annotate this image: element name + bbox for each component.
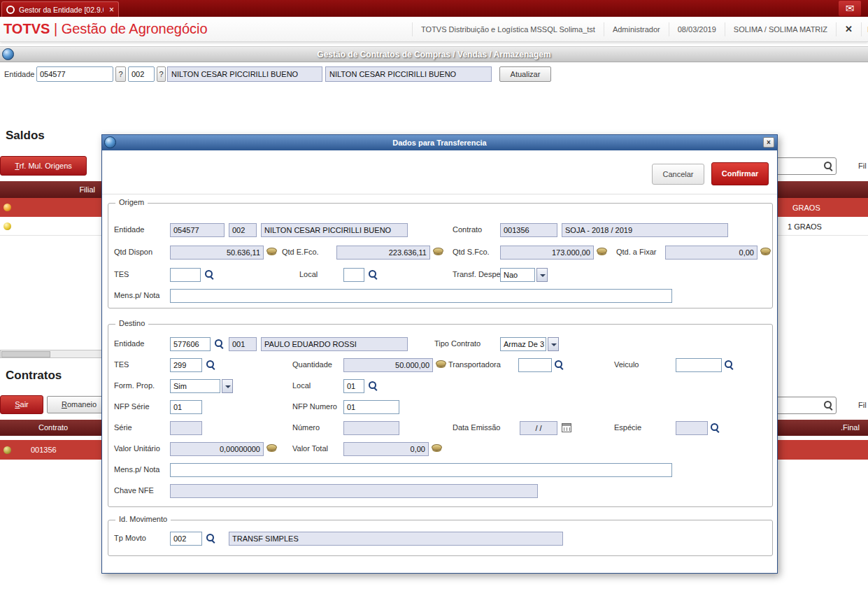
confirmar-button[interactable]: Confirmar (711, 162, 769, 185)
local-lookup-icon[interactable] (369, 381, 378, 390)
especie-field[interactable] (676, 421, 708, 435)
serie-field (170, 421, 202, 435)
valor-total-field: 0,00 (343, 442, 429, 456)
nfp-serie-field[interactable]: 01 (170, 400, 202, 414)
tp-movto-field[interactable]: 002 (170, 532, 202, 546)
destino-tes-field[interactable]: 299 (170, 358, 202, 372)
tes-lookup-icon[interactable] (205, 270, 214, 279)
entidade-code-input[interactable] (36, 66, 113, 82)
transferencia-dialog: Dados para Transferencia × Cancelar Conf… (101, 134, 778, 574)
destino-mens-label: Mens.p/ Nota (114, 465, 159, 474)
header-close-icon[interactable]: ✕ (836, 22, 861, 36)
atualizar-button[interactable]: Atualizar (499, 66, 551, 82)
scrollbar-thumb[interactable] (1, 351, 50, 357)
local-lookup-icon[interactable] (369, 270, 378, 279)
valor-unitario-label: Valor Unitário (114, 444, 160, 453)
origem-entidade-label: Entidade (114, 225, 144, 234)
money-icon (760, 248, 771, 254)
entidade-lookup-icon[interactable] (215, 339, 224, 348)
saldos-row2-product: 1 GRAOS (788, 222, 822, 231)
form-prop-label: Form. Prop. (114, 381, 155, 390)
transf-despesa-combo[interactable]: Nao (500, 268, 546, 282)
contratos-col-final: .Final (841, 423, 860, 432)
calendar-icon[interactable] (562, 423, 571, 432)
entidade-store-input[interactable] (128, 66, 155, 82)
transportadora-field[interactable] (518, 358, 552, 372)
sair-button[interactable]: Sair (0, 395, 43, 414)
destino-groupbox: Destino Entidade 577606 001 PAULO EDUARD… (108, 324, 773, 507)
destino-local-field[interactable]: 01 (343, 379, 364, 393)
destino-legend: Destino (115, 319, 148, 327)
data-emissao-field[interactable]: / / (520, 421, 557, 435)
trf-mul-origens-button[interactable]: Trf. Mul. Origens (0, 156, 87, 176)
tipo-contrato-label: Tipo Contrato (434, 339, 481, 348)
tipo-contrato-combo[interactable]: Armaz De 3 (500, 337, 557, 351)
transportadora-label: Transportadora (448, 360, 501, 369)
brand-app-name: | Gestão de Agronegócio (54, 21, 208, 36)
movimento-groupbox: Id. Movimento Tp Movto 002 TRANSF SIMPLE… (108, 520, 773, 556)
origem-legend: Origem (115, 198, 148, 206)
origem-tes-field[interactable] (170, 268, 201, 282)
date-label: 08/03/2019 (669, 22, 725, 36)
sair-initial: S (15, 400, 20, 409)
qtd-efco-field: 223.636,11 (336, 246, 430, 260)
numero-label: Número (292, 423, 320, 432)
saldos-horizontal-scrollbar[interactable] (0, 350, 105, 358)
dialog-title: Dados para Transferencia (392, 139, 487, 147)
destino-entidade-code-field[interactable]: 577606 (170, 337, 211, 351)
transportadora-lookup-icon[interactable] (555, 360, 564, 369)
romaneio-rest: omaneio (67, 400, 97, 409)
transf-despesa-value: Nao (500, 268, 535, 282)
chevron-down-icon[interactable] (536, 268, 548, 282)
especie-lookup-icon[interactable] (711, 423, 720, 432)
screen-title: Gestão de Contratos de Compras / Vendas … (0, 47, 868, 62)
sair-rest: air (20, 400, 29, 409)
qtd-fixar-field: 0,00 (665, 246, 757, 260)
buttons-separator (102, 194, 777, 194)
nfp-numero-label: NFP Numero (292, 402, 337, 411)
chave-nfe-field (170, 484, 538, 498)
money-icon (597, 248, 607, 254)
saldos-col-filial: Filial (67, 185, 95, 194)
mail-icon[interactable]: ✉ (839, 1, 861, 16)
data-emissao-label: Data Emissão (453, 423, 500, 432)
money-icon (266, 248, 277, 254)
veiculo-lookup-icon[interactable] (725, 360, 734, 369)
money-icon (436, 360, 446, 367)
tes-lookup-icon[interactable] (206, 360, 215, 369)
active-window-tab[interactable]: Gestor da Entidade [02.9.0067] × (1, 1, 119, 17)
brand-totvs: TOTVS (3, 21, 50, 36)
entidade-help-button[interactable]: ? (115, 66, 126, 82)
tab-close-icon[interactable]: × (109, 5, 114, 15)
cancelar-button[interactable]: Cancelar (652, 164, 704, 185)
chevron-down-icon[interactable] (222, 379, 233, 393)
app-brand: TOTVS | Gestão de Agronegócio (3, 21, 208, 37)
window-tab-bar: Gestor da Entidade [02.9.0067] × ✉ (0, 0, 868, 17)
origem-local-field[interactable] (343, 268, 364, 282)
money-icon (433, 248, 443, 254)
origem-groupbox: Origem Entidade 054577 002 NILTON CESAR … (108, 203, 773, 308)
contratos-title: Contratos (6, 369, 62, 383)
dialog-icon (104, 136, 116, 148)
contratos-search-icon[interactable] (824, 401, 833, 410)
quantidade-label: Quantidade (292, 360, 332, 369)
nfp-numero-field[interactable]: 01 (343, 400, 399, 414)
serie-label: Série (114, 423, 132, 432)
header-clipped-item: E (861, 22, 868, 36)
origem-mens-field[interactable] (170, 289, 672, 303)
chevron-down-icon[interactable] (548, 337, 559, 351)
dialog-close-button[interactable]: × (763, 137, 774, 148)
tp-movto-lookup-icon[interactable] (206, 534, 215, 543)
destino-mens-field[interactable] (170, 463, 672, 477)
saldos-search-icon[interactable] (824, 162, 833, 171)
entidade-name2-field: NILTON CESAR PICCIRILLI BUENO (325, 66, 492, 82)
row-status-icon (3, 222, 11, 230)
origem-contrato-label: Contrato (453, 225, 482, 234)
veiculo-field[interactable] (676, 358, 722, 372)
nfp-serie-label: NFP Série (114, 402, 150, 411)
quantidade-field[interactable]: 50.000,00 (343, 358, 433, 372)
form-prop-combo[interactable]: Sim (170, 379, 233, 393)
destino-local-label: Local (292, 381, 311, 390)
trf-rest: rf. Mul. Origens (20, 162, 72, 170)
entidade-help2-button[interactable]: ? (157, 66, 166, 82)
